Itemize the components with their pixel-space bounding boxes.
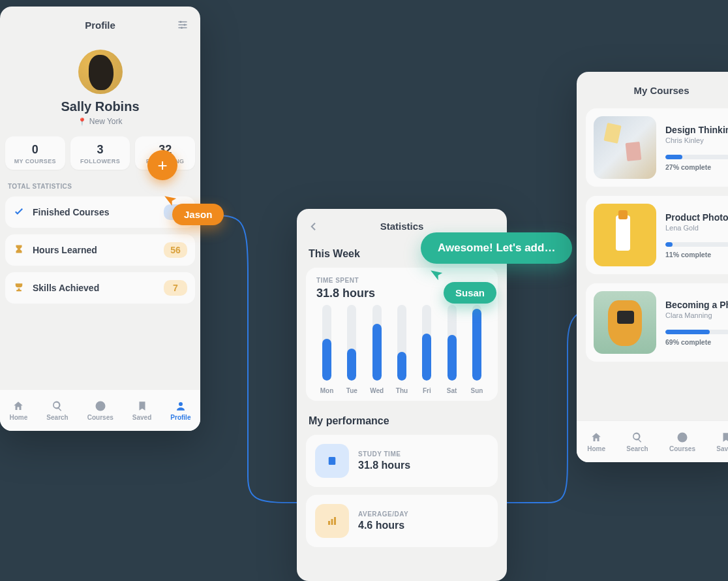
- stat-value: 3: [73, 143, 128, 157]
- tab-label: Saved: [716, 445, 728, 452]
- stats-title: Statistics: [380, 221, 424, 232]
- course-card[interactable]: Design Thinking Chris Kinley 27% complet…: [586, 108, 728, 187]
- my-performance-label: My performance: [297, 401, 507, 435]
- bar-tue: Tue: [342, 305, 361, 394]
- perf-study-time[interactable]: STUDY TIME 31.8 hours: [306, 435, 498, 487]
- progress-label: 27% complete: [665, 163, 728, 171]
- progress-bar: [665, 330, 728, 334]
- row-skills-achieved[interactable]: Skills Achieved 7: [5, 272, 195, 304]
- settings-sliders-icon[interactable]: [177, 18, 189, 31]
- perf-value: 4.6 hours: [358, 520, 408, 531]
- svg-rect-1: [178, 24, 187, 25]
- course-author: Clara Manning: [665, 311, 728, 319]
- bar-chart-icon: [315, 504, 349, 538]
- svg-rect-12: [328, 521, 330, 525]
- course-author: Lena Gold: [665, 224, 728, 232]
- tab-label: Profile: [170, 414, 190, 421]
- hourglass-icon: [13, 244, 25, 257]
- perf-text: STUDY TIME 31.8 hours: [358, 450, 410, 471]
- profile-title: Profile: [85, 20, 115, 31]
- courses-header: My Courses: [577, 72, 728, 108]
- tab-home[interactable]: Home: [10, 400, 28, 421]
- screen-my-courses: My Courses Design Thinking Chris Kinley …: [577, 72, 728, 462]
- user-icon: [175, 400, 187, 412]
- course-card[interactable]: Product Photography Lena Gold 11% comple…: [586, 196, 728, 274]
- screen-statistics: Statistics This Week TIME SPENT 31.8 hou…: [297, 209, 507, 581]
- tab-label: Search: [626, 445, 648, 452]
- profile-header: Profile: [0, 7, 200, 43]
- tab-search[interactable]: Search: [46, 400, 68, 421]
- weekly-bars-chart: Mon Tue Wed Thu Fri Sat Sun: [316, 309, 487, 394]
- svg-point-4: [184, 24, 186, 25]
- tab-courses[interactable]: Courses: [87, 400, 114, 421]
- collaborator-tag-jason: Jason: [172, 204, 224, 225]
- course-thumbnail: [594, 291, 656, 354]
- connector-profile-stats: [196, 202, 313, 509]
- row-label: Skills Achieved: [33, 283, 156, 293]
- tab-label: Courses: [87, 414, 114, 421]
- row-label: Hours Learned: [33, 245, 156, 255]
- progress-label: 11% complete: [665, 251, 728, 259]
- tab-label: Home: [10, 414, 28, 421]
- tab-saved[interactable]: Saved: [716, 431, 728, 452]
- tab-label: Home: [587, 445, 605, 452]
- progress-bar: [665, 242, 728, 247]
- location-pin-icon: 📍: [78, 118, 87, 125]
- location-text: New York: [89, 117, 123, 126]
- bookmark-icon: [720, 431, 728, 443]
- profile-stat-list: Finished Courses 3 Hours Learned 56 Skil…: [0, 196, 200, 304]
- tab-label: Search: [46, 414, 68, 421]
- stat-followers[interactable]: 3 FOLLOWERS: [70, 136, 130, 170]
- stat-my-courses[interactable]: 0 MY COURSES: [5, 136, 65, 170]
- bar-sat: Sat: [443, 305, 461, 394]
- tab-profile[interactable]: Profile: [170, 400, 190, 421]
- course-info: Product Photography Lena Gold 11% comple…: [665, 212, 728, 259]
- tab-search[interactable]: Search: [626, 431, 648, 452]
- tab-label: Courses: [669, 445, 695, 452]
- bottom-tabbar: Home Search Courses Saved Profile: [0, 389, 200, 431]
- svg-rect-13: [331, 519, 333, 525]
- course-thumbnail: [594, 204, 656, 266]
- svg-rect-11: [330, 460, 334, 462]
- tab-courses[interactable]: Courses: [669, 431, 695, 452]
- avatar[interactable]: [78, 50, 123, 94]
- check-icon: [13, 206, 25, 219]
- svg-point-8: [179, 402, 183, 406]
- screen-profile: Profile Sally Robins 📍 New York 0 MY COU…: [0, 7, 200, 431]
- svg-point-3: [180, 21, 182, 23]
- collaborator-tag-susan: Susan: [444, 282, 496, 304]
- perf-text: AVERAGE/DAY 4.6 hours: [358, 510, 408, 531]
- play-circle-icon: [676, 431, 688, 443]
- course-thumbnail: [594, 116, 656, 179]
- svg-rect-0: [178, 22, 187, 23]
- user-location: 📍 New York: [0, 117, 200, 126]
- bar-sun: Sun: [468, 305, 486, 394]
- perf-value: 31.8 hours: [358, 460, 410, 471]
- comment-bubble: Awesome! Let's add…: [421, 232, 572, 264]
- perf-label: STUDY TIME: [358, 450, 410, 458]
- course-title: Design Thinking: [665, 125, 728, 135]
- progress-label: 69% complete: [665, 338, 728, 346]
- course-card[interactable]: Becoming a Photographer Clara Manning 69…: [586, 283, 728, 362]
- search-icon: [631, 431, 643, 443]
- progress-bar: [665, 155, 728, 159]
- book-icon: [315, 444, 349, 478]
- add-button[interactable]: +: [147, 150, 177, 180]
- perf-average-day[interactable]: AVERAGE/DAY 4.6 hours: [306, 495, 498, 547]
- bar-fri: Fri: [417, 305, 436, 394]
- row-label: Finished Courses: [33, 207, 156, 217]
- course-author: Chris Kinley: [665, 136, 728, 144]
- bar-wed: Wed: [368, 305, 386, 394]
- user-name: Sally Robins: [0, 99, 200, 114]
- perf-label: AVERAGE/DAY: [358, 510, 408, 518]
- home-icon: [12, 400, 24, 412]
- play-circle-icon: [95, 400, 106, 412]
- courses-title: My Courses: [633, 85, 689, 96]
- row-hours-learned[interactable]: Hours Learned 56: [5, 234, 195, 266]
- tab-home[interactable]: Home: [587, 431, 605, 452]
- svg-rect-14: [334, 517, 336, 525]
- bar-mon: Mon: [318, 305, 336, 394]
- tab-saved[interactable]: Saved: [132, 400, 151, 421]
- back-icon[interactable]: [307, 219, 319, 233]
- row-value: 7: [164, 280, 187, 296]
